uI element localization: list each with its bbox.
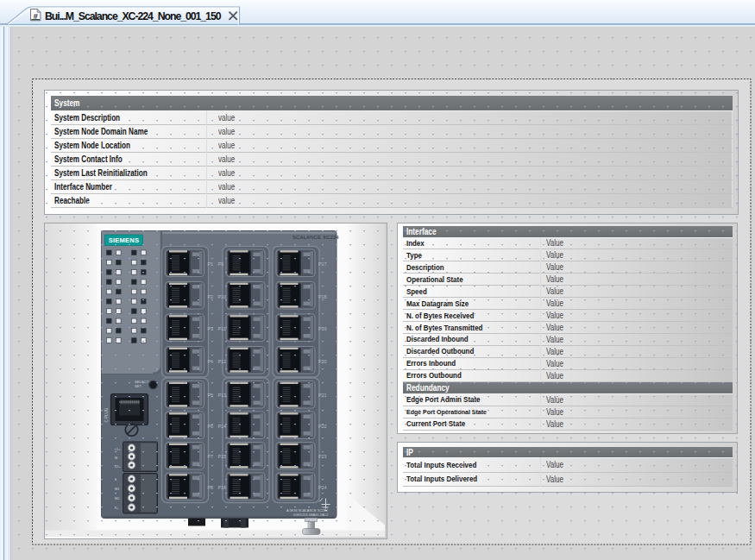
svg-text:1: 1 bbox=[115, 477, 116, 481]
svg-text:M1: M1 bbox=[115, 487, 119, 490]
svg-text:P15: P15 bbox=[218, 454, 227, 459]
svg-text:P20: P20 bbox=[318, 358, 327, 363]
svg-text:#: # bbox=[34, 12, 38, 21]
svg-text:P8: P8 bbox=[208, 484, 214, 489]
svg-text:P9: P9 bbox=[218, 261, 224, 267]
svg-text:Bui...M_Scalance_XC-224_None_0: Bui...M_Scalance_XC-224_None_001_150 bbox=[45, 10, 222, 22]
svg-text:L2+: L2+ bbox=[115, 464, 121, 468]
svg-text:M2: M2 bbox=[115, 496, 119, 500]
svg-text:P23: P23 bbox=[318, 454, 327, 459]
svg-text:P16: P16 bbox=[218, 484, 227, 489]
svg-text:P18: P18 bbox=[318, 293, 327, 299]
svg-text:P6: P6 bbox=[208, 423, 214, 428]
svg-text:P1: P1 bbox=[208, 261, 214, 267]
svg-text:SET: SET bbox=[135, 384, 142, 388]
svg-text:C PLUG: C PLUG bbox=[104, 407, 109, 422]
svg-text:P22: P22 bbox=[318, 423, 327, 428]
svg-text:SIEMENS: SIEMENS bbox=[109, 236, 140, 244]
svg-text:P7: P7 bbox=[208, 454, 214, 459]
svg-text:P17: P17 bbox=[318, 261, 327, 267]
svg-text:P2: P2 bbox=[208, 293, 214, 299]
svg-text:P4: P4 bbox=[208, 358, 214, 363]
svg-text:P3: P3 bbox=[208, 326, 214, 331]
svg-text:P10: P10 bbox=[218, 293, 227, 299]
svg-text:P14: P14 bbox=[218, 423, 227, 428]
svg-text:P11: P11 bbox=[218, 326, 226, 331]
svg-text:P13: P13 bbox=[218, 393, 227, 398]
svg-text:P19: P19 bbox=[318, 326, 327, 331]
svg-text:SCALANCE XC224: SCALANCE XC224 bbox=[293, 235, 339, 240]
svg-text:6GK5224-0BA00-2AC2: 6GK5224-0BA00-2AC2 bbox=[293, 512, 328, 516]
svg-text:P24: P24 bbox=[318, 484, 327, 489]
svg-text:P5: P5 bbox=[208, 393, 214, 398]
svg-text:M: M bbox=[115, 456, 117, 459]
svg-text:P12: P12 bbox=[218, 358, 227, 363]
svg-text:L1+: L1+ bbox=[115, 447, 121, 450]
svg-text:P21: P21 bbox=[318, 393, 327, 398]
